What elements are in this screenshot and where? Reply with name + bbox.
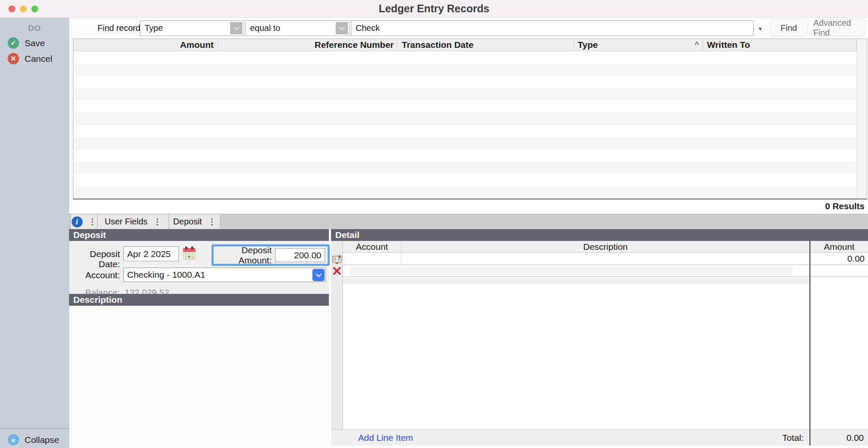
column-header-label: Type (578, 40, 598, 50)
column-header-amount[interactable]: Amount (73, 39, 218, 51)
calendar-icon[interactable] (182, 246, 196, 261)
account-select[interactable]: Checking - 1000.A1 (123, 268, 326, 282)
results-row-list (73, 51, 857, 199)
zoom-window-button[interactable] (31, 6, 38, 12)
find-bar: Find records where Type equal to ▾ Find … (70, 18, 868, 39)
total-label: Total: (782, 433, 804, 443)
deposit-panel-title: Deposit (73, 230, 106, 240)
cancel-button[interactable]: ✕ Cancel (8, 53, 52, 64)
description-panel-title: Description (73, 295, 122, 305)
cancel-label: Cancel (25, 54, 52, 64)
tab-menu-icon[interactable]: ⋮ (89, 217, 97, 227)
table-row (73, 149, 857, 162)
account-label: Account: (69, 270, 120, 280)
account-value: Checking - 1000.A1 (127, 270, 205, 280)
table-row (73, 51, 857, 64)
collapse-label: Collapse (25, 435, 59, 445)
column-header-transaction-date[interactable]: Transaction Date (398, 39, 574, 51)
deposit-date-value: Apr 2 2025 (127, 249, 171, 259)
line-amount-value: 0.00 (847, 254, 865, 264)
save-check-icon: ✓ (8, 37, 19, 49)
detail-column-description[interactable]: Description (401, 241, 810, 252)
description-text-area[interactable] (69, 306, 329, 448)
delete-line-icon[interactable]: ✕ (331, 266, 342, 277)
line-memo-field[interactable] (349, 267, 793, 275)
add-line-item-link[interactable]: Add Line Item (358, 433, 413, 443)
find-button[interactable]: Find (770, 19, 808, 36)
sidebar-divider (0, 428, 69, 429)
detail-table: ✕ Account Description Amount 0.00 Add Li… (331, 241, 868, 448)
column-header-written-to[interactable]: Written To (703, 39, 857, 51)
column-header-reference-number[interactable]: Reference Number (218, 39, 398, 51)
deposit-panel-header: Deposit (69, 229, 329, 241)
column-header-type[interactable]: Type ^ (574, 39, 703, 51)
table-row (73, 162, 857, 174)
find-operator-select[interactable]: equal to (245, 20, 350, 36)
results-table-header: Amount Reference Number Transaction Date… (73, 39, 867, 51)
deposit-date-label: Deposit Date: (69, 249, 120, 269)
deposit-amount-value: 200.00 (294, 250, 321, 260)
detail-secondary-row (343, 265, 868, 277)
table-row (73, 186, 857, 199)
advanced-find-button-label: Advanced Find (813, 18, 865, 38)
advanced-find-button[interactable]: Advanced Find (813, 19, 865, 36)
vertical-scrollbar-track[interactable] (857, 39, 867, 199)
collapse-chevrons-icon: « (8, 434, 19, 445)
tab-user-fields[interactable]: User Fields ⋮ (97, 214, 169, 229)
table-row (73, 64, 857, 76)
chevron-down-icon[interactable] (230, 22, 242, 34)
table-row (73, 125, 857, 137)
detail-line-item-row: 0.00 (343, 253, 868, 265)
table-row (73, 88, 857, 100)
detail-table-header: Account Description Amount (343, 241, 868, 253)
detail-column-amount[interactable]: Amount (810, 241, 868, 252)
table-row (73, 113, 857, 125)
minimize-window-button[interactable] (20, 6, 27, 12)
title-bar: Ledger Entry Records (0, 0, 868, 18)
tab-menu-icon[interactable]: ⋮ (208, 217, 216, 227)
deposit-amount-highlight: Deposit Amount: 200.00 (211, 244, 330, 266)
tab-info[interactable]: i ⋮ (70, 214, 97, 229)
table-row (73, 100, 857, 113)
find-field-select[interactable]: Type (140, 20, 244, 36)
chevron-down-icon[interactable] (312, 269, 325, 281)
deposit-amount-field[interactable]: 200.00 (275, 248, 325, 262)
find-operator-value: equal to (246, 23, 336, 33)
total-value: 0.00 (846, 433, 864, 443)
line-account-field[interactable] (343, 253, 401, 265)
column-header-label: Amount (180, 40, 214, 50)
line-description-field[interactable] (401, 253, 810, 265)
line-amount-field[interactable]: 0.00 (810, 253, 868, 265)
description-panel-header: Description (69, 294, 329, 306)
detail-footer: Add Line Item Total: 0.00 (331, 429, 868, 445)
detail-empty-strip (343, 278, 810, 284)
sidebar-section-label: DO (0, 24, 69, 33)
results-table: Amount Reference Number Transaction Date… (73, 39, 867, 199)
table-row (73, 174, 857, 186)
detail-row-gutter: ✕ (331, 241, 343, 429)
amount-column-divider (810, 241, 810, 445)
find-value-input[interactable] (351, 20, 754, 36)
column-header-label: Written To (707, 40, 750, 50)
detail-panel-header: Detail (331, 229, 868, 241)
find-options-caret-icon[interactable]: ▾ (759, 25, 762, 33)
column-header-label: Amount (824, 242, 854, 252)
info-icon: i (72, 216, 83, 227)
deposit-date-field[interactable]: Apr 2 2025 (123, 246, 179, 261)
detail-column-account[interactable]: Account (343, 241, 401, 252)
action-sidebar: DO ✓ Save ✕ Cancel « Collapse (0, 18, 69, 448)
chevron-down-icon[interactable] (336, 22, 348, 34)
tab-label: Deposit (173, 217, 202, 227)
tab-menu-icon[interactable]: ⋮ (153, 217, 161, 227)
column-header-label: Reference Number (314, 40, 394, 50)
collapse-button[interactable]: « Collapse (8, 434, 59, 445)
close-window-button[interactable] (8, 6, 15, 12)
tab-deposit[interactable]: Deposit ⋮ (169, 214, 220, 229)
results-count: 0 Results (70, 201, 865, 211)
window-controls (8, 6, 38, 12)
save-label: Save (25, 38, 45, 48)
save-button[interactable]: ✓ Save (8, 37, 45, 49)
deposit-amount-label: Deposit Amount: (214, 245, 275, 265)
table-row (73, 76, 857, 88)
deposit-form: Deposit Date: Apr 2 2025 Deposit Amount:… (69, 241, 329, 294)
